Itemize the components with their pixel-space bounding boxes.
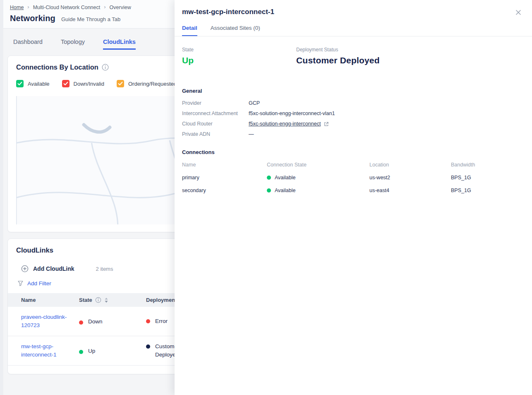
connection-bandwidth: BPS_1G	[451, 188, 522, 193]
chevron-right-icon: ›	[104, 4, 105, 10]
close-icon	[515, 10, 521, 15]
column-location: Location	[369, 162, 451, 168]
panel-tabs: Detail Associated Sites (0)	[175, 25, 532, 36]
tab-associated-sites[interactable]: Associated Sites (0)	[211, 25, 260, 36]
interconnect-attachment-label: Interconnect Attachment	[182, 111, 249, 117]
sort-icon[interactable]	[104, 297, 108, 303]
connection-state-dot	[267, 176, 271, 180]
state-value: Down	[88, 318, 103, 325]
column-name: Name	[182, 162, 267, 168]
state-value: Up	[88, 348, 95, 354]
connection-state-dot	[267, 188, 271, 193]
checkbox-down-invalid[interactable]	[62, 80, 69, 87]
interconnect-attachment-value: f5xc-solution-engg-interconnect-vlan1	[249, 111, 522, 117]
connection-row: primary Available us-west2 BPS_1G	[182, 175, 522, 181]
deployment-value: Error	[155, 317, 168, 325]
column-bandwidth: Bandwidth	[451, 162, 522, 168]
state-dot	[79, 350, 83, 354]
external-link-icon	[324, 121, 329, 127]
legend-label: Down/Invalid	[74, 81, 104, 87]
tab-dashboard[interactable]: Dashboard	[13, 39, 43, 50]
connection-name: secondary	[182, 188, 267, 193]
tab-cloudlinks[interactable]: CloudLinks	[103, 39, 136, 50]
connections-header: Name Connection State Location Bandwidth	[182, 162, 522, 168]
plus-circle-icon	[21, 265, 29, 272]
chevron-right-icon: ›	[27, 4, 29, 10]
add-cloudlink-label: Add CloudLink	[33, 265, 74, 272]
tab-topology[interactable]: Topology	[61, 39, 85, 50]
cloudlink-name-link[interactable]: praveen-cloudlink-120723	[21, 313, 71, 330]
checkbox-ordering[interactable]	[117, 80, 124, 87]
panel-title: mw-test-gcp-interconnect-1	[182, 8, 274, 16]
provider-value: GCP	[249, 100, 522, 106]
cloudlink-name-link[interactable]: mw-test-gcp-interconnect-1	[21, 342, 71, 359]
status-summary: State Up Deployment Status Customer Depl…	[182, 47, 522, 65]
connection-state-value: Available	[275, 188, 296, 193]
connection-location: us-west2	[369, 175, 451, 181]
connection-row: secondary Available us-east4 BPS_1G	[182, 188, 522, 193]
page-title: Networking	[10, 14, 55, 23]
check-icon	[63, 82, 68, 86]
close-button[interactable]	[515, 9, 522, 17]
breadcrumb-home-link[interactable]: Home	[10, 5, 24, 10]
deployment-status-value: Customer Deployed	[296, 55, 380, 65]
state-dot	[79, 320, 83, 325]
legend-down-invalid[interactable]: Down/Invalid	[62, 80, 104, 87]
cloud-router-link[interactable]: f5xc-solution-engg-interconnect	[249, 121, 329, 127]
connections-heading: Connections	[182, 149, 522, 155]
tab-detail[interactable]: Detail	[182, 25, 197, 36]
deployment-status-label: Deployment Status	[296, 47, 380, 53]
connection-bandwidth: BPS_1G	[451, 175, 522, 181]
general-heading: General	[182, 88, 522, 94]
connection-location: us-east4	[369, 188, 451, 193]
connections-section: Connections Name Connection State Locati…	[182, 149, 522, 193]
state-value: Up	[182, 55, 296, 65]
check-icon	[17, 82, 22, 86]
breadcrumb-item[interactable]: Multi-Cloud Network Connect	[33, 5, 101, 10]
legend-label: Available	[28, 81, 50, 87]
connection-name: primary	[182, 175, 267, 181]
info-icon[interactable]	[102, 64, 109, 71]
guide-me-link[interactable]: Guide Me Through a Tab	[61, 16, 120, 22]
connection-state-value: Available	[275, 175, 296, 181]
info-icon[interactable]	[95, 297, 101, 303]
deployment-dot	[146, 319, 150, 323]
private-adn-label: Private ADN	[182, 131, 249, 137]
filter-funnel-icon	[17, 280, 24, 287]
general-section: General Provider GCP Interconnect Attach…	[182, 88, 522, 137]
cloud-router-label: Cloud Router	[182, 121, 249, 127]
column-connection-state: Connection State	[267, 162, 369, 168]
add-filter-label: Add Filter	[27, 280, 51, 287]
state-label: State	[182, 47, 296, 53]
column-state: State	[79, 297, 92, 303]
deployment-dot	[146, 344, 150, 349]
legend-available[interactable]: Available	[16, 80, 50, 87]
cloud-router-link-text: f5xc-solution-engg-interconnect	[249, 121, 321, 127]
check-icon	[118, 82, 123, 86]
cloudlink-detail-panel: mw-test-gcp-interconnect-1 Detail Associ…	[175, 0, 532, 395]
provider-label: Provider	[182, 100, 249, 106]
checkbox-available[interactable]	[16, 80, 24, 87]
column-name: Name	[21, 297, 79, 303]
connections-by-location-title: Connections By Location	[16, 63, 98, 71]
items-count: 2 items	[96, 266, 113, 272]
private-adn-value: —	[249, 131, 522, 137]
breadcrumb-item-current: Overview	[110, 5, 131, 10]
add-cloudlink-button[interactable]: Add CloudLink	[21, 265, 74, 272]
